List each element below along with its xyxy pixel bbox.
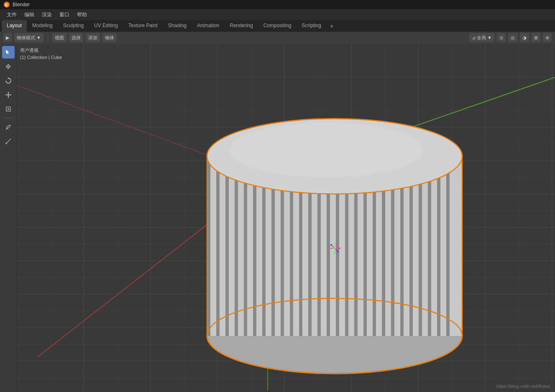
snap-toggle[interactable]: ⊙: [497, 33, 506, 42]
menu-edit[interactable]: 编辑: [21, 10, 38, 19]
menu-window[interactable]: 窗口: [56, 10, 73, 19]
transform-tool-button[interactable]: [2, 103, 15, 115]
tool-separator-1: [3, 118, 13, 118]
header-right-tools: ⊿ 全局 ▼ ⊙ ◎ ◑ ⊞ ⊛: [469, 33, 552, 42]
measure-tool-button[interactable]: [2, 135, 15, 148]
dropdown-arrow-icon: ▼: [36, 35, 41, 40]
svg-marker-8: [8, 92, 9, 93]
titlebar: B Blender: [0, 0, 555, 9]
transform-dropdown-icon: ▼: [487, 35, 492, 40]
object-mode-dropdown[interactable]: 物体模式 ▼: [14, 33, 43, 42]
mode-icon-btn[interactable]: ▶: [3, 33, 12, 42]
transform-orientation[interactable]: ⊿ 全局 ▼: [469, 33, 494, 42]
measure-icon: [5, 137, 12, 145]
watermark: https://blog.csdn.net/fruiva: [496, 384, 550, 389]
view-menu[interactable]: 视图: [52, 33, 66, 42]
tab-scripting[interactable]: Scripting: [297, 20, 326, 32]
select-menu[interactable]: 选择: [69, 33, 83, 42]
svg-marker-2: [6, 49, 10, 55]
menu-render[interactable]: 渲染: [38, 10, 55, 19]
tab-compositing[interactable]: Compositing: [258, 20, 297, 32]
viewport[interactable]: 用户透视 (1) Collection | Cube https://blog.…: [17, 43, 555, 392]
rotate-tool-button[interactable]: [2, 74, 15, 87]
svg-point-11: [8, 108, 9, 110]
proportional-icon: ◎: [511, 35, 515, 41]
transform-icon: [5, 105, 12, 113]
svg-marker-6: [10, 94, 11, 96]
viewport-info: 用户透视 (1) Collection | Cube: [20, 47, 62, 61]
add-workspace-button[interactable]: +: [327, 20, 337, 32]
scale-tool-button[interactable]: [2, 89, 15, 101]
left-toolbar: ✥: [0, 43, 17, 392]
cursor-icon: [5, 48, 12, 56]
mode-label: 物体模式: [17, 35, 35, 41]
tab-modeling[interactable]: Modeling: [27, 20, 58, 32]
tab-sculpting[interactable]: Sculpting: [58, 20, 89, 32]
svg-line-13: [6, 139, 11, 144]
gizmo-icon: ⊛: [545, 35, 549, 41]
svg-marker-9: [8, 97, 9, 98]
tab-animation[interactable]: Animation: [192, 20, 224, 32]
scale-icon: [5, 91, 12, 99]
overlay-icon: ⊞: [534, 35, 538, 41]
annotate-tool-button[interactable]: [2, 121, 15, 133]
tab-layout[interactable]: Layout: [2, 20, 27, 32]
tab-uv-editing[interactable]: UV Editing: [89, 20, 123, 32]
gizmo-toggle[interactable]: ⊛: [543, 33, 552, 42]
transform-icon: ⊿: [472, 35, 476, 41]
proportional-edit[interactable]: ◎: [508, 33, 517, 42]
viewport-shading[interactable]: ◑: [520, 33, 529, 42]
shading-icon: ◑: [522, 35, 527, 41]
separator-1: [48, 34, 48, 41]
svg-marker-7: [5, 94, 6, 96]
viewport-grid: [17, 43, 555, 392]
menu-help[interactable]: 帮助: [74, 10, 90, 19]
tab-rendering[interactable]: Rendering: [225, 20, 258, 32]
workspace-tabs: Layout Modeling Sculpting UV Editing Tex…: [0, 20, 555, 32]
header-toolbar: ▶ 物体模式 ▼ 视图 选择 添加 物体 ⊿ 全局 ▼ ⊙ ◎ ◑ ⊞: [0, 32, 555, 43]
svg-text:B: B: [5, 3, 8, 7]
object-menu[interactable]: 物体: [102, 33, 117, 42]
app-title: Blender: [13, 2, 30, 8]
menu-file[interactable]: 文件: [3, 10, 20, 19]
main-area: ✥: [0, 43, 555, 392]
mode-icon: ▶: [6, 35, 9, 41]
move-icon: ✥: [5, 63, 11, 71]
overlay-toggle[interactable]: ⊞: [532, 33, 540, 42]
blender-logo-icon: B: [3, 1, 10, 8]
view-type-label: 用户透视: [20, 47, 62, 54]
collection-label: (1) Collection | Cube: [20, 54, 62, 61]
snap-icon: ⊙: [499, 35, 503, 41]
rotate-icon: [5, 77, 12, 84]
tab-texture-paint[interactable]: Texture Paint: [123, 20, 163, 32]
tab-shading[interactable]: Shading: [163, 20, 192, 32]
menubar: 文件 编辑 渲染 窗口 帮助: [0, 9, 555, 20]
add-menu[interactable]: 添加: [86, 33, 100, 42]
move-tool-button[interactable]: ✥: [2, 60, 15, 73]
select-tool-button[interactable]: [2, 46, 15, 59]
annotate-icon: [5, 123, 12, 131]
